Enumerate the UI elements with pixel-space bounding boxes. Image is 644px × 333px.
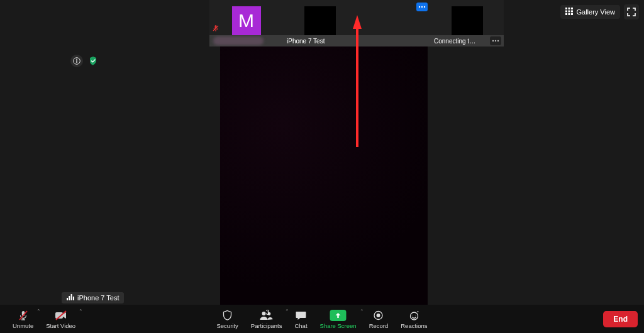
record-button[interactable]: Record	[363, 307, 395, 330]
svg-point-13	[421, 6, 423, 8]
talking-participant-name: iPhone 7 Test	[77, 294, 119, 302]
svg-point-35	[377, 314, 380, 317]
video-menu-caret[interactable]: ⌃	[79, 309, 83, 315]
chat-label: Chat	[294, 323, 307, 329]
end-label: End	[613, 315, 628, 324]
reactions-icon	[408, 309, 419, 322]
svg-point-38	[415, 315, 416, 315]
video-off-placeholder	[452, 6, 483, 35]
chat-icon	[295, 309, 306, 322]
redacted-name	[213, 36, 264, 45]
avatar: M	[232, 6, 261, 35]
more-icon	[492, 40, 499, 42]
participant-tile[interactable]	[357, 0, 430, 46]
participant-name-bar	[209, 35, 283, 46]
fullscreen-icon	[627, 8, 636, 16]
share-screen-label: Share Screen	[320, 323, 357, 329]
main-video[interactable]	[220, 46, 428, 309]
grid-icon	[565, 8, 573, 16]
video-off-icon	[55, 309, 67, 322]
svg-rect-0	[565, 8, 567, 9]
participant-name-bar: Connecting t…	[430, 35, 504, 46]
start-video-button[interactable]: ⌃ Start Video	[40, 307, 82, 330]
svg-point-37	[413, 315, 413, 315]
audio-level-icon	[67, 294, 74, 302]
record-icon	[374, 309, 384, 322]
svg-point-36	[410, 312, 418, 320]
shield-check-icon	[88, 56, 98, 66]
svg-rect-23	[69, 296, 70, 300]
gallery-view-label: Gallery View	[576, 8, 615, 16]
svg-rect-25	[73, 297, 74, 300]
mic-muted-icon	[18, 309, 29, 322]
svg-rect-2	[571, 8, 573, 9]
unmute-label: Unmute	[13, 323, 33, 329]
start-video-label: Start Video	[46, 323, 75, 329]
participant-name-bar	[357, 35, 430, 46]
svg-point-12	[419, 6, 420, 8]
more-icon	[418, 6, 426, 8]
svg-rect-5	[571, 11, 573, 13]
svg-point-17	[497, 40, 499, 41]
participant-more-button[interactable]	[416, 3, 428, 11]
svg-rect-4	[569, 11, 570, 13]
fullscreen-button[interactable]	[624, 4, 639, 19]
svg-point-14	[424, 6, 425, 8]
svg-rect-8	[571, 13, 573, 15]
svg-rect-7	[569, 13, 570, 15]
share-screen-button[interactable]: ⌃ Share Screen	[314, 307, 363, 330]
svg-point-16	[495, 40, 496, 41]
svg-rect-24	[71, 294, 72, 300]
participant-name-bar: iPhone 7 Test	[283, 35, 357, 46]
info-icon	[73, 57, 80, 65]
video-off-placeholder	[304, 6, 336, 35]
mic-muted-icon	[212, 25, 219, 34]
end-meeting-button[interactable]: End	[603, 311, 638, 327]
record-label: Record	[369, 323, 389, 329]
unmute-button[interactable]: ⌃ Unmute	[6, 307, 40, 330]
svg-rect-22	[67, 298, 68, 300]
participants-label: Participants	[251, 323, 282, 329]
svg-rect-1	[569, 8, 570, 9]
svg-rect-20	[76, 60, 77, 63]
participant-strip: M iPhone 7 Test Connecting t…	[209, 0, 504, 46]
svg-rect-3	[565, 11, 567, 13]
participant-tile[interactable]: Connecting t…	[430, 0, 504, 46]
reactions-button[interactable]: Reactions	[394, 307, 433, 330]
participant-name: iPhone 7 Test	[287, 38, 325, 45]
security-label: Security	[216, 323, 238, 329]
participant-tile[interactable]: iPhone 7 Test	[283, 0, 357, 46]
participant-tile[interactable]: M	[209, 0, 283, 46]
security-button[interactable]: Security	[210, 307, 244, 330]
talking-indicator-tooltip: iPhone 7 Test	[62, 292, 124, 303]
participants-count: 3	[266, 309, 270, 316]
gallery-view-button[interactable]: Gallery View	[560, 5, 620, 19]
svg-point-32	[262, 312, 266, 315]
shield-icon	[222, 309, 233, 322]
meeting-info-button[interactable]	[70, 55, 83, 67]
share-screen-icon	[330, 309, 347, 322]
svg-point-19	[76, 59, 77, 60]
reactions-label: Reactions	[401, 323, 427, 329]
svg-rect-6	[565, 13, 567, 15]
participant-more-button[interactable]	[490, 36, 501, 45]
meeting-toolbar: ⌃ Unmute ⌃ Start Video Security ⌃ 3	[0, 305, 644, 333]
chat-button[interactable]: Chat	[288, 307, 313, 330]
participants-button[interactable]: ⌃ 3 Participants	[245, 307, 289, 330]
svg-point-15	[492, 40, 494, 41]
encryption-badge[interactable]	[87, 55, 99, 67]
